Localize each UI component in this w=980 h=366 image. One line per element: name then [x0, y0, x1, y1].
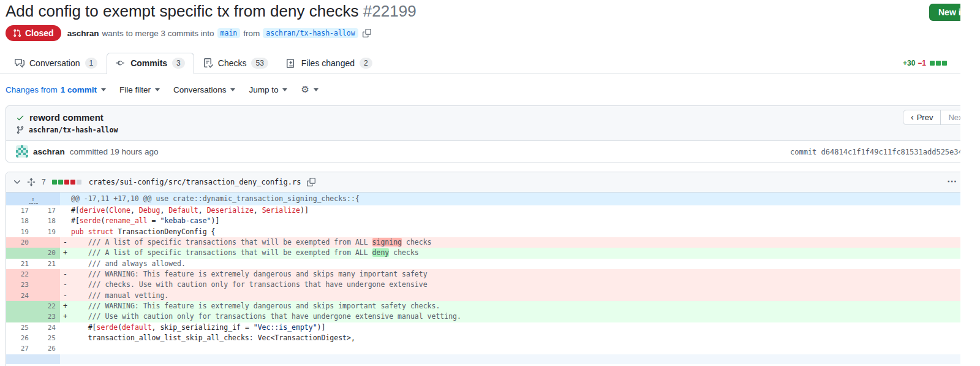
copy-path-icon[interactable]	[307, 178, 315, 186]
new-line-number[interactable]	[33, 237, 60, 248]
code-segment: @@ -17,11 +17,10 @@ use crate::dynamic_t…	[71, 194, 360, 203]
new-line-number[interactable]: 23	[33, 311, 60, 322]
code-segment: )]	[300, 206, 309, 215]
tab-label: Conversation	[29, 58, 80, 68]
tab-conversation[interactable]: Conversation 1	[6, 53, 107, 74]
diff-line-del: 23- /// checks. Use with caution only fo…	[6, 280, 973, 290]
old-line-number[interactable]: 21	[6, 259, 33, 269]
old-line-number[interactable]	[6, 248, 33, 258]
new-line-number[interactable]: 19	[33, 227, 60, 237]
prev-commit-button[interactable]: ‹ Prev	[903, 110, 940, 124]
tab-files-changed[interactable]: Files changed 2	[277, 53, 382, 74]
code-segment: ,	[160, 206, 168, 215]
expand-hunk-gutter[interactable]	[6, 354, 60, 364]
old-line-number[interactable]: 22	[6, 269, 33, 280]
new-line-number[interactable]: 20	[33, 248, 60, 258]
expand-up-icon[interactable]: ↑	[29, 196, 38, 204]
tab-commits[interactable]: Commits 3	[107, 53, 194, 74]
code-segment: Default	[168, 206, 198, 215]
code-segment: rename_all	[105, 216, 147, 225]
new-line-number[interactable]: 22	[33, 301, 60, 311]
new-line-number[interactable]	[33, 269, 60, 280]
pr-author-link[interactable]: aschran	[67, 29, 99, 38]
code-segment: default	[122, 323, 151, 332]
diff-marker: +	[63, 248, 67, 258]
new-line-number[interactable]: 25	[33, 333, 60, 343]
diff-line-ctx: 2121 /// and always allowed.	[6, 259, 973, 269]
old-line-number[interactable]: 25	[6, 322, 33, 333]
code-segment: /// WARNING: This feature is extremely d…	[71, 270, 428, 278]
jump-to-label: Jump to	[249, 85, 278, 94]
code-segment: ,	[254, 206, 262, 215]
diff-settings-dropdown[interactable]: ⚙	[301, 85, 318, 94]
commit-branch-row: aschran/tx-hash-allow	[6, 124, 973, 140]
jump-to-dropdown[interactable]: Jump to	[249, 85, 287, 94]
changes-from-dropdown[interactable]: Changes from 1 commit	[6, 85, 106, 94]
commit-author-link[interactable]: aschran	[33, 147, 65, 156]
new-line-number[interactable]: 17	[33, 205, 60, 216]
new-line-number[interactable]: 24	[33, 322, 60, 333]
tab-checks[interactable]: Checks 53	[194, 53, 277, 74]
old-line-number[interactable]: 19	[6, 227, 33, 237]
merge-text: wants to merge 3 commits into	[102, 29, 214, 38]
commit-box: reword comment ‹ Prev Next › aschran/tx-…	[6, 105, 973, 162]
word-highlight: deny	[372, 248, 390, 257]
diff-line-add: 20+ /// A list of specific transactions …	[6, 248, 973, 258]
pr-tab-nav: Conversation 1 Commits 3 Checks 53 Files…	[0, 52, 960, 74]
code-segment: derive	[80, 206, 105, 215]
commit-message-row: reword comment ‹ Prev Next ›	[6, 106, 973, 124]
code-segment: ,	[130, 206, 139, 215]
file-filter-dropdown[interactable]: File filter	[119, 85, 160, 94]
new-line-number[interactable]	[33, 291, 60, 301]
base-branch-chip[interactable]: main	[217, 28, 241, 38]
new-line-number[interactable]	[33, 280, 60, 290]
old-line-number[interactable]: 17	[6, 205, 33, 216]
pull-request-closed-icon	[13, 29, 21, 37]
gear-icon: ⚙	[301, 85, 309, 94]
changes-from-value: 1 commit	[61, 85, 97, 94]
code-line: + /// Use with caution only for transact…	[60, 311, 973, 322]
kebab-horizontal-icon[interactable]: ⋯	[947, 175, 957, 187]
old-line-number[interactable]: 18	[6, 216, 33, 226]
check-icon	[16, 113, 24, 122]
new-line-number[interactable]: 21	[33, 259, 60, 269]
code-segment: /// checks. Use with caution only for tr…	[71, 280, 428, 289]
old-line-number[interactable]: 23	[6, 280, 33, 290]
tab-counter: 1	[85, 58, 98, 69]
expand-all-icon[interactable]	[27, 178, 36, 186]
avatar[interactable]	[16, 145, 28, 158]
pr-title-text: Add config to exempt specific tx from de…	[6, 2, 359, 20]
code-segment: /// A list of specific transactions that…	[71, 248, 372, 257]
code-segment: )]	[211, 216, 220, 225]
diff-line-add: 22+ /// WARNING: This feature is extreme…	[6, 301, 973, 311]
old-line-number[interactable]: 27	[6, 343, 33, 354]
old-line-number[interactable]	[6, 311, 33, 322]
code-line: transaction_allow_list_skip_all_checks: …	[60, 333, 973, 343]
diff-line-del: 24- /// manual vetting.	[6, 291, 973, 301]
diffstat-block-add	[936, 61, 941, 66]
code-segment: , skip_serializing_if =	[152, 323, 254, 332]
old-line-number[interactable]: 24	[6, 291, 33, 301]
file-path[interactable]: crates/sui-config/src/transaction_deny_c…	[89, 178, 301, 186]
commit-sha: commit d64814c1f1f49c11fc81531add525e348…	[790, 148, 980, 156]
conversations-dropdown[interactable]: Conversations	[173, 85, 235, 94]
new-line-number[interactable]: 26	[33, 343, 60, 354]
old-line-number[interactable]: 26	[6, 333, 33, 343]
old-line-number[interactable]: 20	[6, 237, 33, 248]
old-line-number[interactable]	[6, 301, 33, 311]
file-diff-icon	[287, 58, 296, 68]
new-line-number[interactable]: 18	[33, 216, 60, 226]
code-segment: Clone	[109, 206, 130, 215]
chevron-down-icon[interactable]	[12, 177, 22, 187]
code-line: - /// WARNING: This feature is extremely…	[60, 269, 973, 280]
code-segment: transaction_allow_list_skip_all_checks: …	[71, 334, 355, 342]
commit-author-row: aschran committed 19 hours ago commit d6…	[6, 140, 973, 162]
expand-hunk-gutter[interactable]: ↑	[6, 193, 60, 205]
caret-down-icon	[155, 88, 160, 91]
code-line: #[serde(default, skip_serializing_if = "…	[60, 322, 973, 333]
diff-line-ctx: 1717#[derive(Clone, Debug, Default, Dese…	[6, 205, 973, 216]
tab-label: Checks	[218, 58, 247, 68]
code-segment: "kebab-case"	[160, 216, 211, 225]
copy-branch-icon[interactable]	[363, 29, 371, 37]
head-branch-chip[interactable]: aschran/tx-hash-allow	[263, 28, 358, 38]
